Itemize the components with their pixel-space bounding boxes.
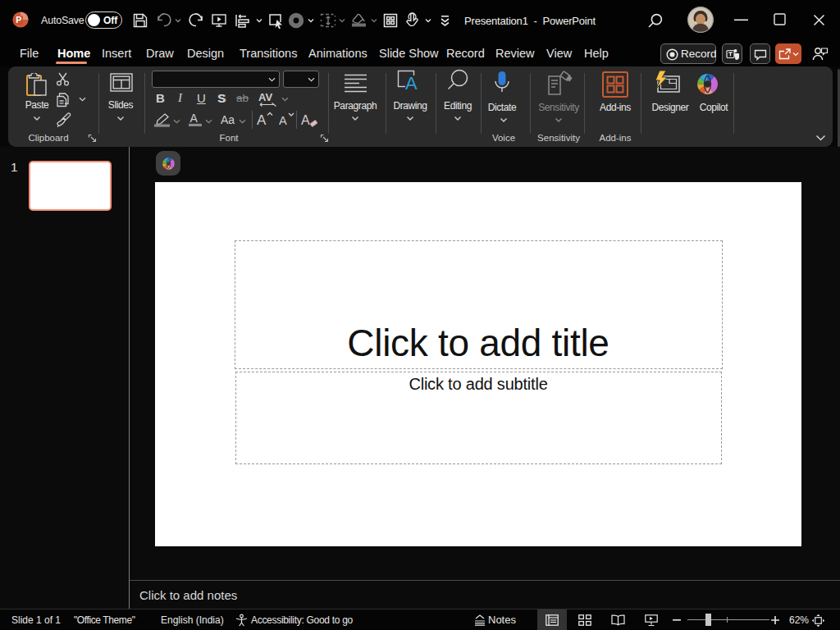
svg-text:AV: AV [258,92,272,103]
svg-text:P: P [16,15,21,25]
svg-text:A: A [301,113,310,127]
svg-text:A: A [405,73,418,94]
svg-text:A: A [190,112,199,125]
svg-text:A: A [279,114,287,127]
svg-text:A: A [257,112,267,127]
